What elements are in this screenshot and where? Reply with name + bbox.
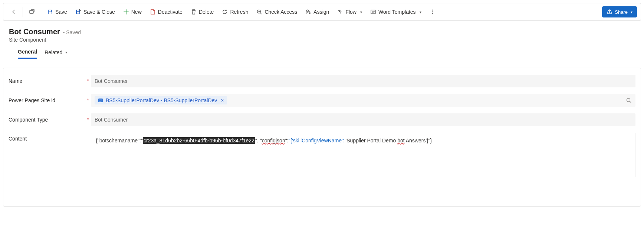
svg-point-14 [627, 98, 630, 101]
component-type-label: Component Type [9, 117, 48, 123]
svg-point-6 [307, 10, 309, 12]
chevron-down-icon: ▾ [420, 10, 421, 14]
lookup-chip[interactable]: BS5-SupplierPortalDev - BS5-SupplierPort… [95, 96, 227, 104]
content-textarea[interactable]: {"botschemaname":"cr23a_81d6b2b2-66b0-4d… [91, 133, 635, 177]
share-label: Share [615, 9, 628, 15]
open-new-window-icon [29, 9, 35, 15]
flow-button[interactable]: Flow ▾ [334, 5, 366, 19]
field-row-component-type: Component Type * Bot Consumer [9, 113, 635, 126]
save-close-label: Save & Close [83, 9, 115, 15]
word-templates-icon [370, 9, 376, 15]
new-label: New [131, 9, 142, 15]
component-type-input[interactable]: Bot Consumer [91, 113, 635, 126]
back-arrow-icon [11, 9, 17, 15]
chevron-down-icon: ▾ [360, 10, 362, 14]
deactivate-button[interactable]: Deactivate [146, 5, 186, 19]
delete-button[interactable]: Delete [187, 5, 217, 19]
refresh-label: Refresh [230, 9, 248, 15]
required-spacer [85, 133, 91, 138]
share-icon [607, 9, 612, 15]
field-row-site: Power Pages Site id * BS5-SupplierPortal… [9, 94, 635, 107]
assign-label: Assign [313, 9, 329, 15]
required-icon: * [85, 98, 91, 103]
svg-rect-1 [49, 10, 51, 12]
save-button[interactable]: Save [43, 5, 71, 19]
word-templates-button[interactable]: Word Templates ▾ [367, 5, 425, 19]
deactivate-icon [150, 9, 156, 15]
overflow-button[interactable] [426, 5, 439, 19]
flow-icon [337, 9, 343, 15]
svg-rect-0 [30, 10, 33, 13]
field-row-name: Name * Bot Consumer [9, 75, 635, 87]
tab-strip: General Related ▾ [9, 43, 635, 59]
check-access-button[interactable]: Check Access [253, 5, 301, 19]
lookup-chip-label: BS5-SupplierPortalDev - BS5-SupplierPort… [106, 97, 217, 103]
svg-rect-4 [77, 12, 79, 14]
content-key2: configjson [262, 138, 285, 143]
name-input[interactable]: Bot Consumer [91, 75, 635, 87]
check-access-icon [256, 9, 262, 15]
required-icon: * [85, 117, 91, 122]
check-access-label: Check Access [264, 9, 297, 15]
share-button[interactable]: Share ▾ [602, 6, 637, 17]
chevron-down-icon: ▾ [65, 50, 67, 54]
assign-icon [305, 9, 311, 15]
content-val2a: "{ [289, 138, 292, 143]
content-prefix: {"botschemaname":" [96, 138, 143, 143]
svg-point-5 [257, 10, 261, 13]
tab-general-label: General [18, 49, 37, 55]
svg-rect-11 [98, 99, 103, 102]
form: Name * Bot Consumer Power Pages Site id … [3, 68, 641, 207]
save-close-button[interactable]: Save & Close [72, 5, 119, 19]
save-close-icon [75, 9, 81, 15]
svg-point-10 [432, 13, 433, 14]
save-label: Save [55, 9, 67, 15]
new-button[interactable]: New [119, 5, 145, 19]
plus-icon [123, 9, 129, 15]
refresh-button[interactable]: Refresh [218, 5, 252, 19]
chevron-down-icon: ▾ [631, 10, 632, 14]
entity-name: Site Component [9, 37, 635, 43]
svg-point-8 [432, 10, 433, 11]
name-value: Bot Consumer [95, 78, 128, 84]
more-vertical-icon [430, 9, 436, 15]
content-selected-guid: cr23a_81d6b2b2-66b0-4dfb-b96b-bf0d347f1e… [143, 137, 255, 144]
svg-rect-3 [77, 10, 79, 12]
content-mid3: 'Supplier Portal Demo [344, 138, 398, 143]
refresh-icon [222, 9, 228, 15]
word-templates-label: Word Templates [378, 9, 416, 15]
content-bot-word: bot [397, 138, 404, 143]
name-label: Name [9, 78, 22, 84]
site-entity-icon [98, 97, 104, 103]
remove-lookup-icon[interactable]: × [219, 97, 224, 103]
delete-label: Delete [199, 9, 214, 15]
trash-icon [191, 9, 197, 15]
required-icon: * [85, 78, 91, 84]
page-title: Bot Consumer [9, 28, 60, 36]
content-label: Content [9, 136, 27, 142]
svg-point-9 [432, 12, 433, 13]
svg-rect-13 [99, 101, 101, 101]
content-val2b: 'skillConfigViewName' [292, 138, 343, 143]
divider [23, 7, 23, 17]
tab-related[interactable]: Related ▾ [45, 49, 67, 59]
site-lookup[interactable]: BS5-SupplierPortalDev - BS5-SupplierPort… [91, 94, 635, 107]
save-status: - Saved [63, 29, 81, 35]
save-icon [47, 9, 53, 15]
search-icon[interactable] [626, 97, 632, 103]
content-mid1: ", " [255, 138, 262, 143]
tab-related-label: Related [45, 49, 62, 55]
tab-general[interactable]: General [18, 49, 37, 59]
svg-rect-2 [49, 12, 52, 14]
flow-label: Flow [345, 9, 356, 15]
site-label: Power Pages Site id [9, 97, 55, 103]
field-row-content: Content {"botschemaname":"cr23a_81d6b2b2… [9, 133, 635, 177]
command-bar: Save Save & Close New Deactivate Delete … [3, 3, 641, 21]
back-button[interactable] [7, 5, 20, 19]
deactivate-label: Deactivate [158, 9, 183, 15]
content-suffix: Answers'}"} [405, 138, 432, 143]
svg-rect-12 [99, 100, 102, 100]
open-in-new-button[interactable] [25, 5, 39, 19]
assign-button[interactable]: Assign [302, 5, 333, 19]
divider [41, 7, 41, 17]
